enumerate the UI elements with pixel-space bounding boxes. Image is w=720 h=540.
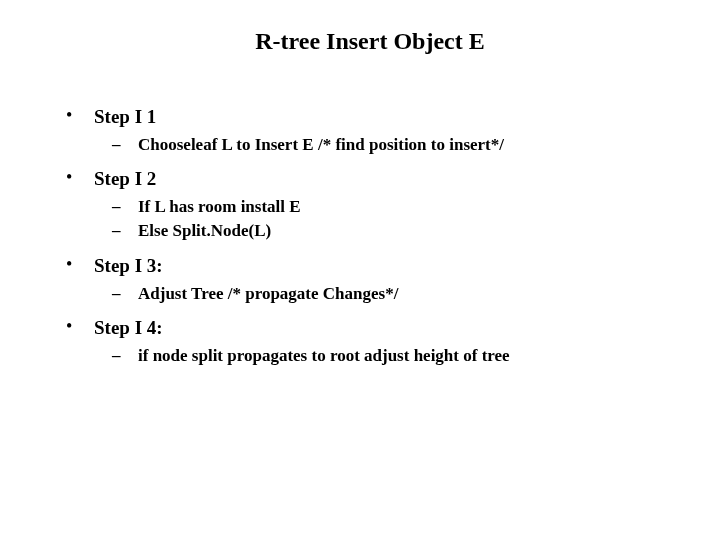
substep-item: – Adjust Tree /* propagate Changes*/	[108, 282, 680, 307]
substep-item: – Chooseleaf L to Insert E /* find posit…	[108, 133, 680, 158]
bullet-icon: •	[66, 168, 72, 186]
substep-text: Else Split.Node(L)	[138, 221, 271, 240]
bullet-icon: •	[66, 317, 72, 335]
substep-text: Adjust Tree /* propagate Changes*/	[138, 284, 398, 303]
step-label: Step I 1	[94, 106, 156, 127]
step-label: Step I 3:	[94, 255, 163, 276]
substep-text: If L has room install E	[138, 197, 301, 216]
step-item: • Step I 4: – if node split propagates t…	[60, 314, 680, 368]
substep-list: – Chooseleaf L to Insert E /* find posit…	[94, 133, 680, 158]
dash-icon: –	[112, 344, 121, 369]
step-item: • Step I 2 – If L has room install E – E…	[60, 165, 680, 244]
bullet-icon: •	[66, 255, 72, 273]
substep-item: – Else Split.Node(L)	[108, 219, 680, 244]
substep-text: Chooseleaf L to Insert E /* find positio…	[138, 135, 504, 154]
substep-list: – if node split propagates to root adjus…	[94, 344, 680, 369]
bullet-icon: •	[66, 106, 72, 124]
step-list: • Step I 1 – Chooseleaf L to Insert E /*…	[60, 103, 680, 368]
step-label: Step I 4:	[94, 317, 163, 338]
step-item: • Step I 3: – Adjust Tree /* propagate C…	[60, 252, 680, 306]
substep-item: – if node split propagates to root adjus…	[108, 344, 680, 369]
dash-icon: –	[112, 195, 121, 220]
slide: R-tree Insert Object E • Step I 1 – Choo…	[0, 0, 720, 540]
substep-list: – Adjust Tree /* propagate Changes*/	[94, 282, 680, 307]
slide-title: R-tree Insert Object E	[60, 28, 680, 55]
dash-icon: –	[112, 133, 121, 158]
substep-item: – If L has room install E	[108, 195, 680, 220]
substep-text: if node split propagates to root adjust …	[138, 346, 510, 365]
substep-list: – If L has room install E – Else Split.N…	[94, 195, 680, 244]
dash-icon: –	[112, 219, 121, 244]
step-item: • Step I 1 – Chooseleaf L to Insert E /*…	[60, 103, 680, 157]
dash-icon: –	[112, 282, 121, 307]
step-label: Step I 2	[94, 168, 156, 189]
